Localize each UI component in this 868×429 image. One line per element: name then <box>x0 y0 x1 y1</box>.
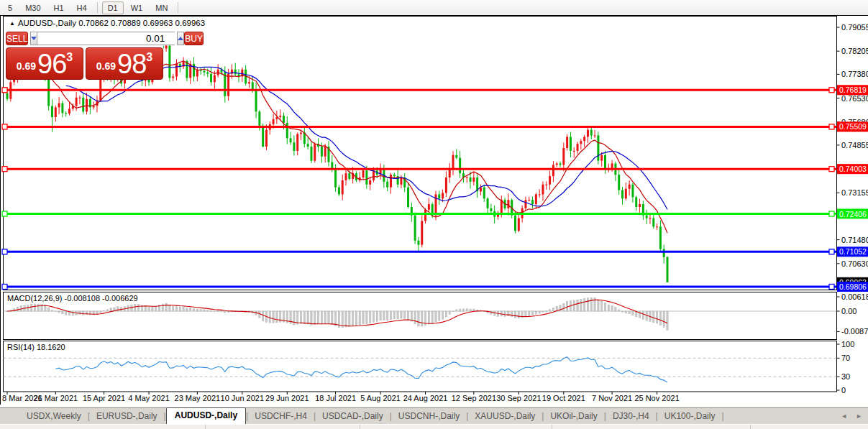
chart-tab-audusddaily[interactable]: AUDUSD-,Daily <box>166 407 246 424</box>
svg-text:0.78205: 0.78205 <box>841 47 868 55</box>
svg-text:7 Nov 2021: 7 Nov 2021 <box>592 394 632 402</box>
tab-scroll-left-icon[interactable]: ◄ <box>841 413 847 420</box>
timeframe-button-h1[interactable]: H1 <box>48 1 70 14</box>
toolbar-separator <box>178 2 178 13</box>
symbol-ohlc-text: AUDUSD-,Daily 0.70862 0.70889 0.69963 0.… <box>18 19 205 27</box>
svg-text:0.006181: 0.006181 <box>841 292 868 301</box>
volume-increase-button[interactable] <box>177 32 184 45</box>
timeframe-toolbar: 5M30H1H4D1W1MN <box>0 0 868 15</box>
svg-text:30 Sep 2021: 30 Sep 2021 <box>496 394 541 402</box>
svg-text:25 Nov 2021: 25 Nov 2021 <box>634 394 679 402</box>
svg-text:0.76819: 0.76819 <box>839 86 867 94</box>
svg-text:0.77380: 0.77380 <box>841 70 868 78</box>
buy-button[interactable]: BUY <box>184 32 204 45</box>
volume-decrease-button[interactable] <box>30 32 37 45</box>
svg-text:0.75509: 0.75509 <box>839 122 867 131</box>
tab-scroll-right-icon[interactable]: ► <box>856 413 862 420</box>
svg-text:0.70630: 0.70630 <box>841 259 868 268</box>
tab-separator: | <box>721 411 723 424</box>
chart-tab-usdcnhdaily[interactable]: USDCNH-,Daily <box>392 409 466 424</box>
svg-text:4 May 2021: 4 May 2021 <box>128 394 169 402</box>
svg-text:100: 100 <box>841 340 854 349</box>
svg-text:0.79055: 0.79055 <box>841 23 868 32</box>
svg-text:70: 70 <box>841 354 850 362</box>
chart-tab-usdcaddaily[interactable]: USDCAD-,Daily <box>316 409 390 424</box>
toolbar-separator <box>97 2 98 13</box>
moving-averages <box>35 61 668 233</box>
svg-text:0.74855: 0.74855 <box>841 141 868 149</box>
timeframe-button-h4[interactable]: H4 <box>71 1 93 14</box>
svg-text:30: 30 <box>841 372 850 381</box>
rsi-panel: 10070300 <box>4 340 855 395</box>
volume-input[interactable] <box>37 32 175 45</box>
one-click-trading-panel: SELL BUY 0.69 96 3 0.69 98 3 <box>6 32 163 80</box>
svg-text:0.74003: 0.74003 <box>839 165 867 173</box>
svg-text:0.72406: 0.72406 <box>839 210 867 218</box>
svg-text:0.73155: 0.73155 <box>841 188 868 197</box>
timeframe-button-mn[interactable]: MN <box>150 1 173 14</box>
svg-text:0.71052: 0.71052 <box>839 247 867 256</box>
svg-text:0.00: 0.00 <box>841 307 856 315</box>
svg-text:15 Apr 2021: 15 Apr 2021 <box>83 394 125 402</box>
buy-price-sup: 3 <box>146 51 152 64</box>
chart-tab-xauusddaily[interactable]: XAUUSD-,Daily <box>468 409 542 424</box>
buy-price-box[interactable]: 0.69 98 3 <box>86 47 163 80</box>
chart-tab-bar: USDX,Weekly|EURUSD-,Daily|AUDUSD-,Daily|… <box>0 407 868 424</box>
svg-text:5 Aug 2021: 5 Aug 2021 <box>360 394 401 402</box>
svg-text:-0.00878: -0.00878 <box>841 327 868 336</box>
macd-indicator-label: MACD(12,26,9) -0.008108 -0.006629 <box>7 294 138 303</box>
triangle-up-icon <box>178 37 183 40</box>
timeframe-button-5[interactable]: 5 <box>2 1 18 14</box>
svg-text:26 Mar 2021: 26 Mar 2021 <box>33 394 78 402</box>
sell-button[interactable]: SELL <box>6 32 28 45</box>
sell-price-big: 96 <box>37 51 66 77</box>
svg-text:12 Sep 2021: 12 Sep 2021 <box>452 394 496 402</box>
date-axis[interactable]: 8 Mar 202126 Mar 202115 Apr 20214 May 20… <box>2 392 680 402</box>
sell-price-prefix: 0.69 <box>17 60 36 72</box>
timeframe-button-w1[interactable]: W1 <box>125 1 149 14</box>
svg-text:18 Jul 2021: 18 Jul 2021 <box>315 394 356 402</box>
sell-price-box[interactable]: 0.69 96 3 <box>6 47 83 80</box>
tab-scroll-controls: ◄ ► <box>841 413 862 420</box>
chart-tab-eurusddaily[interactable]: EURUSD-,Daily <box>90 409 164 424</box>
timeframe-button-m30[interactable]: M30 <box>19 1 46 14</box>
svg-text:23 May 2021: 23 May 2021 <box>175 394 221 402</box>
svg-text:0: 0 <box>841 386 846 395</box>
buy-price-big: 98 <box>117 51 146 77</box>
svg-text:29 Jun 2021: 29 Jun 2021 <box>265 394 309 402</box>
chart-tab-usdxweekly[interactable]: USDX,Weekly <box>20 409 88 424</box>
chart-tab-uk100daily[interactable]: UK100-,Daily <box>658 409 722 424</box>
svg-text:24 Aug 2021: 24 Aug 2021 <box>403 394 448 402</box>
chart-tab-usdchfh4[interactable]: USDCHF-,H4 <box>248 409 314 424</box>
sell-price-sup: 3 <box>66 51 73 64</box>
timeframe-button-d1[interactable]: D1 <box>102 1 124 14</box>
horizontal-lines[interactable] <box>2 88 837 290</box>
status-strip <box>0 424 868 429</box>
triangle-down-icon <box>31 37 37 40</box>
svg-text:0.69806: 0.69806 <box>839 282 867 291</box>
chart-header: ▲AUDUSD-,Daily 0.70862 0.70889 0.69963 0… <box>9 19 205 27</box>
svg-text:0.71480: 0.71480 <box>841 236 868 244</box>
buy-price-prefix: 0.69 <box>96 60 116 72</box>
svg-text:10 Jun 2021: 10 Jun 2021 <box>221 394 265 402</box>
chart-tab-ukoildaily[interactable]: UKOil-,Daily <box>544 409 603 424</box>
collapse-arrow-icon[interactable]: ▲ <box>9 20 15 27</box>
price-axis[interactable]: 0.790550.782050.773800.765300.756800.748… <box>837 23 868 268</box>
svg-text:19 Oct 2021: 19 Oct 2021 <box>542 394 585 402</box>
chart-tab-dj30h4[interactable]: DJ30-,H4 <box>606 409 656 424</box>
rsi-indicator-label: RSI(14) 18.1620 <box>7 343 65 351</box>
svg-text:0.76530: 0.76530 <box>841 94 868 103</box>
